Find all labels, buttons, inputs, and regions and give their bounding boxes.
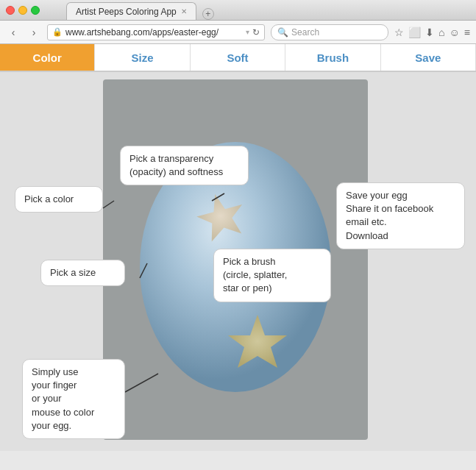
download-icon[interactable]: ⬇ [425, 26, 434, 38]
bookmark-icon[interactable]: ☆ [394, 26, 404, 38]
tab-size-label: Size [132, 51, 154, 64]
address-bar: ‹ › 🔒 www.artshebang.com/apps/easter-egg… [0, 21, 476, 44]
menu-icon[interactable]: ≡ [464, 26, 470, 38]
tooltip-save-egg: Save your eggShare it on facebookemail e… [336, 182, 465, 249]
title-bar: Artist Peeps Coloring App ✕ + [0, 0, 476, 21]
app-nav: Color Size Soft Brush Save [0, 44, 476, 72]
tooltip-pick-size: Pick a size [40, 260, 125, 286]
minimize-button[interactable] [18, 6, 27, 15]
new-tab-button[interactable]: + [202, 8, 214, 20]
home-icon[interactable]: ⌂ [438, 26, 444, 38]
tooltip-save-egg-text: Save your eggShare it on facebookemail e… [346, 190, 433, 241]
tab-save-label: Save [415, 51, 441, 64]
tooltip-pick-brush: Pick a brush(circle, splatter,star or pe… [213, 249, 331, 302]
maximize-button[interactable] [31, 6, 40, 15]
traffic-lights [6, 6, 40, 15]
tab-size[interactable]: Size [95, 44, 190, 71]
url-text: www.artshebang.com/apps/easter-egg/ [65, 27, 219, 38]
search-bar[interactable]: 🔍 Search [271, 24, 388, 40]
tab-brush-label: Brush [317, 51, 349, 64]
url-bar[interactable]: 🔒 www.artshebang.com/apps/easter-egg/ ▾ … [47, 24, 265, 40]
tooltip-pick-color-text: Pick a color [24, 193, 74, 204]
tooltip-pick-size-text: Pick a size [50, 267, 96, 278]
tab-close-icon[interactable]: ✕ [181, 7, 187, 15]
tab-brush[interactable]: Brush [285, 44, 380, 71]
search-icon: 🔍 [277, 27, 288, 38]
tab-title: Artist Peeps Coloring App [76, 7, 177, 17]
browser-tab[interactable]: Artist Peeps Coloring App ✕ [66, 2, 196, 20]
tooltip-finger-mouse-text: Simply useyour fingeror yourmouse to col… [32, 366, 94, 431]
tooltip-pick-brush-text: Pick a brush(circle, splatter,star or pe… [223, 256, 287, 293]
tooltip-finger-mouse: Simply useyour fingeror yourmouse to col… [22, 359, 125, 439]
toolbar-icons: ☆ ⬜ ⬇ ⌂ ☺ ≡ [394, 26, 470, 38]
tooltip-pick-transparency-text: Pick a transparency(opacity) and softnes… [129, 153, 223, 177]
search-placeholder: Search [291, 27, 319, 38]
tooltip-pick-transparency: Pick a transparency(opacity) and softnes… [120, 146, 249, 185]
tab-soft-label: Soft [227, 51, 248, 64]
shield-icon[interactable]: ⬜ [408, 26, 421, 38]
main-area: Pick a color Pick a transparency(opacity… [0, 72, 476, 451]
back-button[interactable]: ‹ [6, 25, 21, 40]
tab-soft[interactable]: Soft [191, 44, 285, 71]
forward-button[interactable]: › [26, 25, 41, 40]
tooltip-pick-color: Pick a color [15, 186, 103, 213]
close-button[interactable] [6, 6, 15, 15]
tab-color-label: Color [33, 51, 62, 64]
tab-color[interactable]: Color [0, 44, 95, 71]
tab-save[interactable]: Save [381, 44, 476, 71]
profile-icon[interactable]: ☺ [450, 26, 460, 38]
